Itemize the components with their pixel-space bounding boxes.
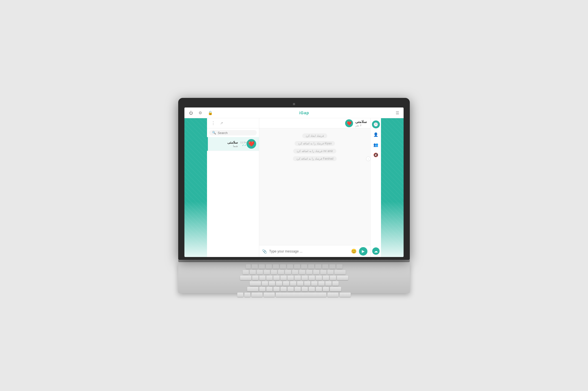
message-input-area: 📎 😊 ▶ bbox=[259, 245, 370, 257]
laptop-camera bbox=[293, 103, 295, 105]
key-f4 bbox=[273, 264, 279, 269]
left-decoration bbox=[184, 118, 207, 257]
app-title: iGap bbox=[299, 111, 309, 115]
attach-button[interactable]: 📎 bbox=[262, 249, 267, 254]
key-9 bbox=[306, 270, 312, 274]
key-bracketl bbox=[323, 276, 329, 280]
key-g bbox=[290, 281, 296, 286]
key-o bbox=[309, 276, 315, 280]
group-name: سلامتی bbox=[355, 120, 367, 124]
key-v bbox=[280, 287, 287, 291]
key-s bbox=[269, 281, 275, 286]
profile-sidebar-button[interactable]: 👤 bbox=[372, 131, 380, 139]
key-1 bbox=[250, 270, 256, 274]
key-f9 bbox=[308, 264, 314, 269]
power-icon: ⏻ bbox=[189, 111, 193, 115]
lock-icon: 🔒 bbox=[208, 111, 213, 115]
message-area: سلامتی ۴ نفر ❤️ › bbox=[259, 118, 370, 257]
emoji-button[interactable]: 😊 bbox=[351, 249, 357, 254]
key-f10 bbox=[315, 264, 321, 269]
key-q bbox=[252, 276, 258, 280]
clock-sidebar-button[interactable]: 🕐 bbox=[372, 120, 380, 128]
message-input[interactable] bbox=[269, 249, 349, 253]
laptop-screen-outer: ⏻ ⚙ 🔒 iGap ☰ bbox=[178, 98, 410, 260]
key-y bbox=[288, 276, 294, 280]
group-avatar: ❤️ bbox=[345, 119, 353, 127]
group-icon: 👥 bbox=[373, 142, 378, 147]
menu-icon: ☰ bbox=[396, 111, 399, 115]
search-container: 🔍 bbox=[207, 128, 259, 137]
key-l bbox=[318, 281, 325, 286]
main-content: ⋮ ↗ 🔍 bbox=[184, 118, 404, 257]
key-f5 bbox=[280, 264, 286, 269]
checkmark-icon: ✓✓ bbox=[242, 144, 247, 147]
chat-sidebar-header: ⋮ ↗ bbox=[207, 118, 259, 128]
key-semi bbox=[325, 281, 332, 286]
cloud-sidebar-button[interactable]: ☁ bbox=[372, 247, 380, 255]
laptop-hinge bbox=[178, 260, 410, 262]
key-d bbox=[276, 281, 282, 286]
key-k bbox=[311, 281, 317, 286]
key-equals bbox=[327, 270, 334, 274]
system-message-3: Farshad فرشاد را به اضافه کرد bbox=[293, 156, 337, 161]
keyboard-row-5 bbox=[184, 287, 404, 291]
members-count: ۴ نفر bbox=[355, 124, 361, 127]
key-b bbox=[288, 287, 294, 291]
key-j bbox=[304, 281, 310, 286]
search-box[interactable]: 🔍 bbox=[209, 130, 257, 135]
key-f3 bbox=[266, 264, 272, 269]
key-comma bbox=[309, 287, 315, 291]
key-return bbox=[337, 276, 348, 280]
key-option bbox=[251, 293, 263, 297]
message-header: سلامتی ۴ نفر ❤️ bbox=[259, 118, 370, 128]
key-slash bbox=[323, 287, 329, 291]
keyboard-row-3 bbox=[184, 276, 404, 280]
app-container: ⏻ ⚙ 🔒 iGap ☰ bbox=[184, 107, 404, 257]
key-p bbox=[316, 276, 322, 280]
key-shiftr bbox=[330, 287, 341, 291]
keyboard-row-1 bbox=[184, 264, 404, 269]
message-header-right: سلامتی ۴ نفر ❤️ bbox=[345, 119, 367, 127]
key-4 bbox=[271, 270, 277, 274]
key-tab bbox=[240, 276, 251, 280]
chat-item[interactable]: سلامتی شما 11:54 ✓✓ ❤️ bbox=[207, 137, 259, 151]
lock-button[interactable]: 🔒 bbox=[207, 110, 214, 116]
heart-icon: ❤️ bbox=[248, 141, 254, 147]
key-f11 bbox=[322, 264, 328, 269]
group-avatar-emoji: ❤️ bbox=[347, 121, 352, 126]
key-fn bbox=[237, 293, 243, 297]
menu-button[interactable]: ☰ bbox=[395, 110, 400, 116]
chat-sidebar-icons: ⋮ ↗ bbox=[210, 120, 224, 126]
search-input[interactable] bbox=[218, 131, 254, 135]
key-minus bbox=[320, 270, 326, 274]
share-button[interactable]: ↗ bbox=[219, 120, 224, 126]
more-options-button[interactable]: ⋮ bbox=[210, 120, 217, 126]
collapse-button[interactable]: › bbox=[366, 157, 371, 161]
key-r bbox=[273, 276, 280, 280]
group-sidebar-button[interactable]: 👥 bbox=[372, 141, 380, 149]
key-esc bbox=[246, 264, 251, 269]
top-bar-right: ☰ bbox=[395, 110, 400, 116]
laptop-wrapper: ⏻ ⚙ 🔒 iGap ☰ bbox=[178, 98, 410, 293]
chat-item-time: 11:54 bbox=[240, 141, 247, 144]
settings-icon: ⚙ bbox=[199, 111, 202, 115]
key-f8 bbox=[301, 264, 307, 269]
settings-button[interactable]: ⚙ bbox=[197, 110, 203, 116]
chat-item-meta: 11:54 ✓✓ bbox=[240, 141, 247, 147]
key-f1 bbox=[252, 264, 258, 269]
key-h bbox=[297, 281, 303, 286]
mute-icon: 🔇 bbox=[373, 153, 378, 157]
search-icon: 🔍 bbox=[212, 131, 216, 135]
power-button[interactable]: ⏻ bbox=[188, 110, 194, 116]
chat-list: سلامتی شما 11:54 ✓✓ ❤️ bbox=[207, 137, 259, 257]
clock-icon: 🕐 bbox=[373, 122, 378, 127]
key-quote bbox=[332, 281, 339, 286]
key-tilde bbox=[243, 270, 249, 274]
chat-item-name: سلامتی bbox=[211, 140, 238, 144]
key-bracketr bbox=[330, 276, 336, 280]
send-button[interactable]: ▶ bbox=[359, 247, 367, 256]
mute-sidebar-button[interactable]: 🔇 bbox=[372, 151, 380, 159]
key-e bbox=[266, 276, 273, 280]
person-icon: 👤 bbox=[373, 132, 378, 137]
system-message-0: فرشاد ایجاد کرد bbox=[302, 133, 328, 138]
